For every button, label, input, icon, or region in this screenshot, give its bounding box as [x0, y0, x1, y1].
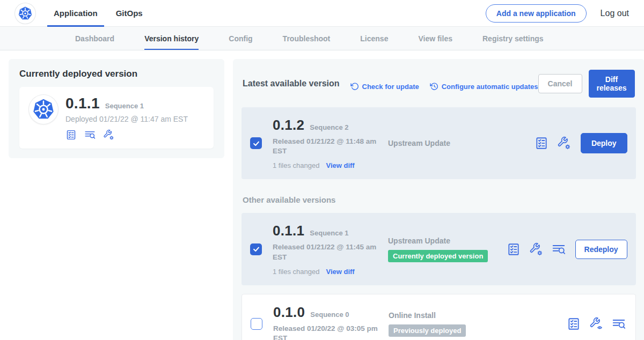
version-checkbox[interactable] [251, 318, 262, 330]
edit-config-icon[interactable] [103, 129, 114, 141]
edit-config-icon[interactable] [529, 242, 543, 256]
edit-config-icon[interactable] [557, 136, 571, 150]
sequence-label: Sequence 2 [310, 123, 348, 131]
preflight-checks-icon[interactable] [567, 317, 581, 331]
kubernetes-helm-icon [31, 97, 56, 122]
preflight-checks-icon[interactable] [65, 129, 77, 141]
configure-automatic-updates-link[interactable]: Configure automatic updates [430, 82, 538, 91]
top-tab-application[interactable]: Application [54, 0, 98, 27]
configure-automatic-updates-label: Configure automatic updates [442, 83, 538, 91]
top-tab-gitops[interactable]: GitOps [116, 0, 143, 27]
checkmark-icon [252, 139, 260, 147]
version-number: 0.1.0 [273, 304, 305, 321]
version-card-0-1-0: 0.1.0 Sequence 0 Released 01/20/22 @ 03:… [241, 294, 636, 340]
version-number: 0.1.2 [273, 117, 304, 134]
main-content: Currently deployed version 0.1.1 Sequenc… [0, 50, 644, 340]
version-source-label: Upstream Update [388, 139, 535, 147]
latest-available-title: Latest available version [243, 79, 340, 88]
deploy-logs-icon[interactable] [612, 317, 626, 331]
checkmark-icon [252, 245, 260, 253]
available-versions-panel: Latest available version Check for updat… [233, 59, 644, 340]
tab-config[interactable]: Config [229, 27, 252, 50]
files-changed-label: 1 files changed [273, 161, 319, 169]
tab-view-files[interactable]: View files [418, 27, 452, 50]
tab-registry-settings[interactable]: Registry settings [482, 27, 544, 50]
available-versions-header: Latest available version Check for updat… [243, 70, 635, 98]
currently-deployed-card: 0.1.1 Sequence 1 Deployed 01/21/22 @ 11:… [19, 87, 214, 149]
refresh-icon [350, 82, 359, 91]
add-new-application-button[interactable]: Add a new application [486, 4, 587, 23]
released-timestamp: Released 01/21/22 @ 11:48 am EST [273, 137, 383, 156]
version-source-label: Online Install [389, 311, 567, 320]
view-config-icon[interactable] [589, 317, 603, 331]
preflight-checks-icon[interactable] [535, 136, 548, 150]
redeploy-button[interactable]: Redeploy [575, 240, 627, 259]
tab-license[interactable]: License [360, 27, 388, 50]
tab-dashboard[interactable]: Dashboard [75, 27, 114, 50]
deployed-timestamp: Deployed 01/21/22 @ 11:47 am EST [65, 115, 188, 123]
currently-deployed-title: Currently deployed version [19, 69, 214, 79]
deploy-logs-icon[interactable] [552, 242, 566, 256]
view-diff-link[interactable]: View diff [326, 268, 354, 276]
app-icon-badge [29, 95, 58, 124]
cancel-button[interactable]: Cancel [538, 74, 582, 93]
version-checkbox[interactable] [250, 243, 262, 255]
tab-troubleshoot[interactable]: Troubleshoot [283, 27, 331, 50]
currently-deployed-panel: Currently deployed version 0.1.1 Sequenc… [9, 59, 224, 158]
preflight-checks-icon[interactable] [507, 242, 521, 256]
previously-deployed-badge: Previously deployed [389, 324, 466, 337]
check-for-update-link[interactable]: Check for update [350, 82, 419, 91]
sequence-label: Sequence 0 [310, 311, 349, 319]
diff-releases-button[interactable]: Diff releases [589, 70, 635, 98]
version-card-0-1-1: 0.1.1 Sequence 1 Released 01/21/22 @ 11:… [241, 213, 636, 285]
version-source-label: Upstream Update [388, 236, 507, 245]
check-for-update-label: Check for update [362, 83, 419, 91]
kubernetes-logo [15, 3, 35, 24]
version-checkbox[interactable] [250, 137, 262, 149]
version-card-0-1-2: 0.1.2 Sequence 2 Released 01/21/22 @ 11:… [241, 107, 636, 179]
deploy-button[interactable]: Deploy [581, 133, 627, 153]
kubernetes-helm-icon [17, 5, 33, 21]
version-number: 0.1.1 [273, 223, 304, 239]
app-sub-nav: Dashboard Version history Config Trouble… [0, 27, 644, 50]
deployed-version-number: 0.1.1 [65, 95, 100, 112]
files-changed-label: 1 files changed [273, 268, 319, 276]
logout-link[interactable]: Log out [601, 9, 629, 18]
tab-version-history[interactable]: Version history [144, 27, 199, 50]
released-timestamp: Released 01/20/22 @ 03:05 pm EST [273, 324, 383, 340]
other-available-versions-title: Other available versions [243, 195, 635, 204]
schedule-update-icon [430, 82, 438, 91]
sequence-label: Sequence 1 [310, 229, 348, 237]
deploy-logs-icon[interactable] [84, 129, 96, 141]
deployed-sequence-label: Sequence 1 [105, 102, 144, 110]
currently-deployed-badge: Currently deployed version [388, 250, 488, 262]
view-diff-link[interactable]: View diff [326, 161, 354, 169]
top-nav: Application GitOps Add a new application… [0, 0, 644, 27]
released-timestamp: Released 01/21/22 @ 11:45 am EST [273, 242, 383, 262]
